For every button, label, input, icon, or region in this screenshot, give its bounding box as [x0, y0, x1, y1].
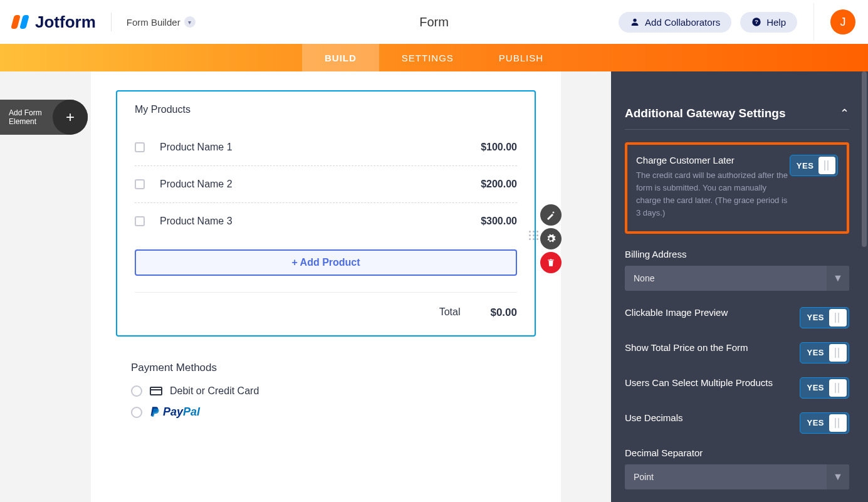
top-header: Jotform Form Builder ▾ Form Add Collabor… [0, 0, 868, 44]
product-row[interactable]: Product Name 1 $100.00 [135, 129, 517, 165]
setting-label: Billing Address [625, 249, 849, 259]
toggle-use-decimals[interactable]: YES [800, 412, 849, 434]
drag-handle-icon[interactable] [529, 231, 536, 243]
payment-option-card[interactable]: Debit or Credit Card [131, 385, 536, 397]
product-name: Product Name 2 [160, 179, 233, 190]
charge-later-highlight: Charge Customer Later The credit card wi… [625, 142, 849, 234]
payment-methods: Payment Methods Debit or Credit Card Pay… [116, 362, 536, 419]
product-row[interactable]: Product Name 2 $200.00 [135, 165, 517, 202]
radio[interactable] [131, 407, 142, 418]
toggle-charge-later[interactable]: YES [790, 155, 838, 176]
add-form-element-label: Add Form Element [9, 108, 42, 126]
checkbox[interactable] [135, 179, 145, 189]
checkbox[interactable] [135, 216, 145, 226]
add-product-button[interactable]: + Add Product [135, 249, 517, 276]
brand-logo[interactable]: Jotform [13, 13, 96, 32]
product-price: $200.00 [481, 179, 517, 190]
total-label: Total [439, 306, 461, 319]
toggle-knob-icon [818, 157, 835, 174]
toggle-knob-icon [829, 344, 847, 362]
header-right: Add Collaborators ? Help J [619, 3, 855, 41]
nav-bar: BUILD SETTINGS PUBLISH [0, 44, 868, 71]
select-input[interactable] [625, 266, 849, 291]
form-canvas: My Products Product Name 1 $100.00 Produ… [91, 71, 561, 502]
setting-charge-later: Charge Customer Later The credit card wi… [636, 155, 838, 220]
total-value: $0.00 [490, 306, 517, 319]
delete-button[interactable] [540, 252, 562, 273]
brand-text: Jotform [35, 13, 96, 32]
tab-settings[interactable]: SETTINGS [379, 44, 476, 71]
add-form-element-button[interactable]: Add Form Element + [0, 100, 88, 135]
person-icon [630, 17, 640, 27]
svg-text:?: ? [755, 19, 758, 25]
product-row[interactable]: Product Name 3 $300.00 [135, 202, 517, 239]
product-price: $100.00 [481, 142, 517, 153]
plus-icon: + [53, 100, 88, 135]
scrollbar[interactable] [862, 71, 867, 247]
total-row: Total $0.00 [135, 292, 517, 319]
setting-use-decimals: Use Decimals YES [625, 412, 849, 434]
toggle-knob-icon [829, 379, 847, 397]
tab-publish[interactable]: PUBLISH [476, 44, 566, 71]
paypal-logo: PayPal [150, 405, 200, 419]
help-button[interactable]: ? Help [740, 12, 797, 33]
checkbox[interactable] [135, 142, 145, 152]
setting-description: The credit card will be authorized after… [636, 169, 790, 220]
setting-multi-products: Users Can Select Multiple Products YES [625, 377, 849, 399]
avatar[interactable]: J [830, 9, 855, 34]
setting-label: Show Total Price on the Form [625, 342, 748, 353]
toggle-value: YES [797, 161, 814, 170]
paypal-icon [150, 406, 160, 417]
setting-label: Users Can Select Multiple Products [625, 377, 773, 388]
payment-methods-title: Payment Methods [131, 362, 536, 374]
payment-option-paypal[interactable]: PayPal [131, 405, 536, 419]
gear-icon [546, 234, 556, 244]
help-icon: ? [751, 17, 761, 27]
divider [111, 13, 112, 31]
form-builder-label: Form Builder [127, 17, 180, 28]
trash-icon [546, 258, 555, 267]
toggle-value: YES [807, 313, 824, 322]
chevron-down-icon: ▾ [184, 16, 196, 28]
form-builder-dropdown[interactable]: Form Builder ▾ [127, 16, 196, 28]
setting-label: Decimal Separator [625, 447, 849, 458]
toggle-value: YES [807, 348, 824, 357]
billing-address-select[interactable]: ▼ [625, 266, 849, 291]
setting-label: Use Decimals [625, 412, 683, 423]
toggle-knob-icon [829, 414, 847, 432]
decimal-separator-select[interactable]: ▼ [625, 464, 849, 489]
settings-gear-button[interactable] [540, 228, 562, 249]
settings-panel: Additional Gateway Settings ⌃ Charge Cus… [611, 71, 868, 502]
divider [813, 3, 814, 41]
element-tools [540, 204, 562, 273]
payment-option-label: Debit or Credit Card [170, 385, 259, 397]
toggle-multi-products[interactable]: YES [800, 377, 849, 399]
product-name: Product Name 3 [160, 216, 233, 227]
card-icon [150, 387, 162, 395]
add-collaborators-label: Add Collaborators [645, 17, 720, 28]
products-title: My Products [135, 104, 517, 115]
panel-title: Additional Gateway Settings [625, 107, 786, 120]
radio[interactable] [131, 385, 142, 397]
setting-show-total: Show Total Price on the Form YES [625, 342, 849, 363]
select-input[interactable] [625, 464, 849, 489]
toggle-clickable-preview[interactable]: YES [800, 307, 849, 328]
chevron-up-icon: ⌃ [840, 107, 849, 120]
page-title: Form [419, 15, 449, 29]
magic-wand-button[interactable] [540, 204, 562, 226]
setting-clickable-preview: Clickable Image Preview YES [625, 307, 849, 328]
product-name: Product Name 1 [160, 142, 233, 153]
toggle-show-total[interactable]: YES [800, 342, 849, 363]
tab-build[interactable]: BUILD [302, 44, 379, 71]
setting-label: Clickable Image Preview [625, 307, 728, 318]
setting-label: Charge Customer Later [636, 155, 790, 165]
help-label: Help [766, 17, 786, 28]
add-collaborators-button[interactable]: Add Collaborators [619, 12, 731, 33]
svg-point-0 [633, 19, 636, 22]
toggle-knob-icon [829, 309, 847, 327]
products-card[interactable]: My Products Product Name 1 $100.00 Produ… [116, 90, 536, 337]
product-price: $300.00 [481, 216, 517, 227]
toggle-value: YES [807, 418, 824, 427]
panel-header[interactable]: Additional Gateway Settings ⌃ [625, 107, 849, 130]
magic-wand-icon [546, 210, 556, 220]
